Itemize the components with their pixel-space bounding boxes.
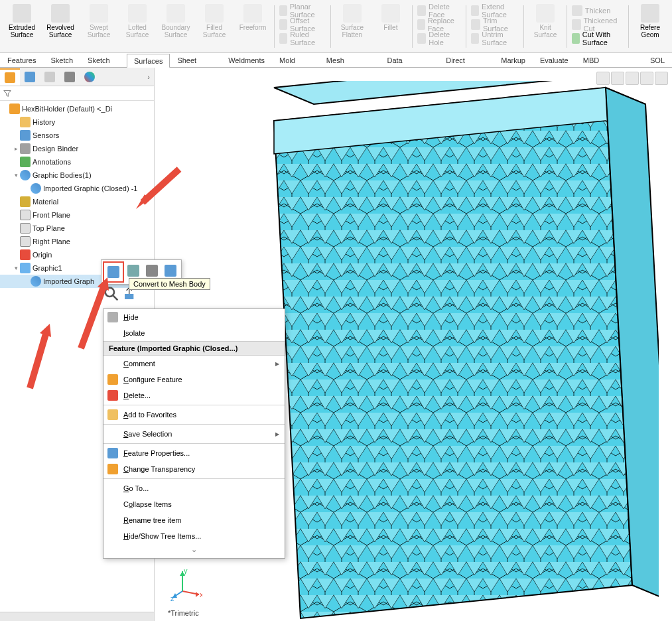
- panel-overflow[interactable]: ›: [143, 73, 154, 81]
- svg-text:x: x: [200, 590, 202, 598]
- fillet-button: Fillet: [373, 3, 408, 33]
- tree-label: Sensors: [33, 131, 59, 139]
- delete-hole-button[interactable]: Delete Hole: [415, 32, 464, 45]
- tree-icon: [20, 143, 31, 154]
- tree-item[interactable]: Right Plane: [0, 235, 154, 248]
- reference-geometry-icon: [641, 4, 659, 23]
- menu-rename-tree-item[interactable]: Rename tree item: [103, 512, 285, 528]
- delete-face-button[interactable]: Delete Face: [415, 4, 464, 17]
- thickened-cut-button[interactable]: Thickened Cut: [569, 18, 626, 31]
- menu-collapse-items[interactable]: Collapse Items: [103, 496, 285, 512]
- display-manager-icon: [84, 72, 95, 82]
- thicken-button[interactable]: Thicken: [569, 4, 626, 17]
- tree-item[interactable]: Top Plane: [0, 222, 154, 235]
- menu-hide-show-tree[interactable]: Hide/Show Tree Items...: [103, 528, 285, 544]
- lofted-surface-icon: [128, 4, 147, 23]
- tab-mbd-dimensions[interactable]: MBD Dimensions: [576, 53, 643, 68]
- tree-item[interactable]: ▾Graphic Bodies(1): [0, 169, 154, 182]
- tab-mold-tools[interactable]: Mold Tools: [272, 53, 319, 68]
- menu-change-transparency[interactable]: Change Transparency: [103, 461, 285, 477]
- configure-icon: [107, 374, 118, 385]
- context-toolbar-btn-4[interactable]: [163, 263, 178, 279]
- tab-sketch[interactable]: Sketch: [43, 53, 80, 68]
- display-manager-tab[interactable]: [80, 68, 100, 86]
- zoom-area-button[interactable]: [611, 72, 624, 85]
- menu-isolate[interactable]: Isolate: [103, 325, 285, 341]
- menu-expand[interactable]: ⌄: [103, 544, 285, 555]
- part-icon: [9, 104, 20, 114]
- reference-geometry-button[interactable]: Refere Geom: [633, 3, 667, 40]
- section-view-button[interactable]: [640, 72, 653, 85]
- context-toolbar-btn-2[interactable]: [125, 263, 141, 279]
- tree-label: History: [33, 118, 55, 126]
- tree-label: Origin: [33, 251, 52, 259]
- tree-item[interactable]: History: [0, 115, 154, 129]
- tree-label: Graphic Bodies(1): [33, 171, 92, 179]
- ruled-surface-button[interactable]: Ruled Surface: [277, 32, 328, 45]
- menu-feature-properties[interactable]: Feature Properties...: [103, 445, 285, 461]
- menu-comment[interactable]: Comment▶: [103, 356, 285, 372]
- trim-surface-button[interactable]: Trim Surface: [468, 18, 521, 31]
- tree-item[interactable]: Imported Graphic (Closed) -1: [0, 182, 154, 195]
- boundary-surface-button: Boundary Surface: [159, 3, 193, 40]
- tab-data-migration[interactable]: Data Migration: [379, 53, 438, 68]
- svg-line-16: [113, 296, 118, 301]
- tab-markup[interactable]: Markup: [494, 53, 533, 68]
- menu-configure-feature[interactable]: Configure Feature: [103, 372, 285, 387]
- tab-sheet-metal[interactable]: Sheet Metal: [170, 53, 221, 68]
- replace-face-button[interactable]: Replace Face: [415, 18, 464, 31]
- tab-weldments[interactable]: Weldments: [221, 53, 272, 68]
- convert-to-mesh-body-button[interactable]: [105, 264, 121, 280]
- tab-evaluate[interactable]: Evaluate: [533, 53, 576, 68]
- zoom-fit-button[interactable]: [596, 72, 610, 85]
- menu-go-to[interactable]: Go To...: [103, 480, 285, 496]
- tab-surfaces[interactable]: Surfaces: [127, 54, 170, 68]
- tree-item[interactable]: ▸Design Binder: [0, 142, 154, 155]
- tree-item[interactable]: Annotations: [0, 155, 154, 169]
- previous-view-button[interactable]: [626, 72, 639, 85]
- menu-header: Feature (Imported Graphic (Closed...): [103, 341, 285, 356]
- properties-icon: [107, 448, 118, 458]
- configuration-tab[interactable]: [40, 68, 60, 86]
- feature-tree-tab[interactable]: [0, 68, 20, 86]
- funnel-icon: [3, 89, 12, 98]
- view-orientation-button[interactable]: [655, 72, 668, 85]
- context-icon-4: [165, 265, 176, 277]
- tree-filter[interactable]: [0, 86, 154, 101]
- tree-item[interactable]: Sensors: [0, 129, 154, 142]
- ribbon: Extruded Surface Revolved Surface Swept …: [0, 0, 672, 53]
- extruded-surface-icon: [13, 4, 31, 23]
- cut-with-surface-button[interactable]: Cut With Surface: [569, 32, 626, 45]
- property-manager-tab[interactable]: [20, 68, 40, 86]
- extruded-surface-button[interactable]: Extruded Surface: [5, 3, 39, 40]
- planar-surface-button[interactable]: Planar Surface: [277, 4, 328, 17]
- tree-label: Graphic1: [33, 264, 62, 272]
- context-toolbar-btn-3[interactable]: [144, 263, 160, 279]
- tab-sol[interactable]: SOL: [643, 53, 672, 68]
- tree-label: Imported Graph: [43, 277, 94, 285]
- offset-surface-button[interactable]: Offset Surface: [277, 18, 328, 31]
- revolved-surface-button[interactable]: Revolved Surface: [43, 3, 78, 40]
- menu-save-selection[interactable]: Save Selection▶: [103, 426, 285, 442]
- panel-resize[interactable]: [0, 612, 154, 621]
- extend-surface-button[interactable]: Extend Surface: [468, 4, 521, 17]
- menu-add-favorites[interactable]: Add to Favorites: [103, 407, 285, 423]
- tree-label: Material: [33, 198, 58, 206]
- planar-surface-icon: [279, 5, 287, 16]
- tab-mesh-modeling[interactable]: Mesh Modeling: [319, 53, 380, 68]
- dimxpert-tab[interactable]: [60, 68, 80, 86]
- menu-delete[interactable]: Delete...: [103, 387, 285, 403]
- tab-direct-editing[interactable]: Direct Editing: [438, 53, 494, 68]
- revolved-surface-icon: [51, 4, 70, 23]
- tree-item[interactable]: Front Plane: [0, 208, 154, 222]
- tree-root[interactable]: HexBitHolder (Default) <_Di: [0, 102, 154, 115]
- untrim-surface-button[interactable]: Untrim Surface: [468, 32, 521, 45]
- tab-sketch-ink[interactable]: Sketch Ink: [80, 53, 127, 68]
- zoom-to-selection-button[interactable]: [103, 286, 119, 302]
- menu-hide[interactable]: Hide: [103, 309, 285, 325]
- fillet-icon: [381, 4, 400, 23]
- boundary-surface-icon: [167, 4, 185, 23]
- tree-item[interactable]: Material: [0, 195, 154, 208]
- triad[interactable]: x y z: [169, 568, 202, 601]
- tab-features[interactable]: Features: [0, 53, 43, 68]
